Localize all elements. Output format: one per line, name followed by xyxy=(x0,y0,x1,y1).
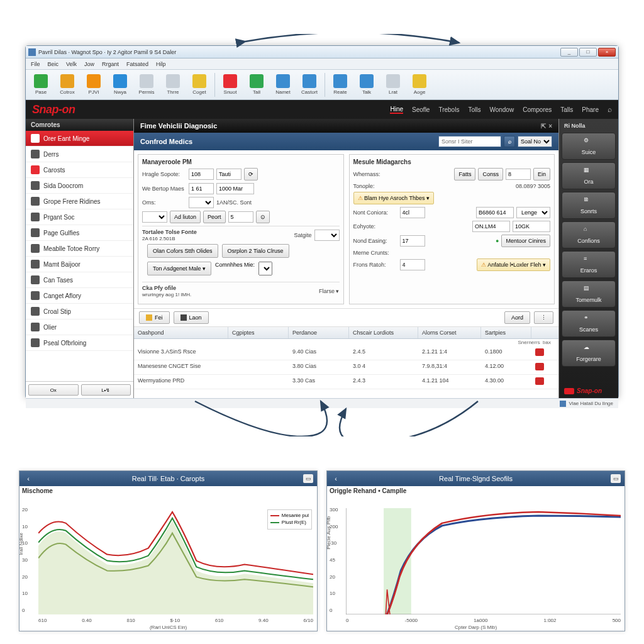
btn-l-3b[interactable]: Peort xyxy=(203,211,226,223)
panel-close-icon[interactable]: × xyxy=(548,123,552,130)
sidebar-item-4[interactable]: Grope Frere Ridines xyxy=(26,194,133,209)
sel-l-b3[interactable] xyxy=(258,262,272,275)
nav-hine[interactable]: Hine xyxy=(390,106,403,114)
btn-r-0a[interactable]: Fatts xyxy=(454,168,475,180)
sidebar-item-3[interactable]: Sida Doocrom xyxy=(26,178,133,194)
inp-l-1a[interactable] xyxy=(189,183,214,194)
tool-reate[interactable]: Reate xyxy=(329,74,352,95)
rpanel-tomemulk[interactable]: ▤Tomemulk xyxy=(562,280,616,308)
sidebar-item-5[interactable]: Prgant Soc xyxy=(26,209,133,225)
btn-l-3a[interactable]: Ad liuton xyxy=(170,211,201,223)
tool-thrre[interactable]: Thrre xyxy=(162,74,184,95)
chart2-back-button[interactable]: ‹ xyxy=(331,475,341,482)
inp-r-3b[interactable] xyxy=(476,207,514,218)
tool-lrat[interactable]: Lrat xyxy=(382,74,404,95)
close-button[interactable]: × xyxy=(598,48,616,57)
sidebar-item-10[interactable]: Canget Aflory xyxy=(26,288,133,304)
sidebar-foot-btn-2[interactable]: L•↯ xyxy=(81,384,131,396)
col-header[interactable]: Sartpies xyxy=(481,327,531,338)
bar-btn-4[interactable]: ⋮ xyxy=(534,311,553,324)
sidebar-foot-btn-1[interactable]: Ox xyxy=(28,384,79,396)
tool-pjvi[interactable]: PJVI xyxy=(82,74,105,95)
nav-compores[interactable]: Compores xyxy=(523,106,552,113)
nav-search-icon[interactable]: ⌕ xyxy=(608,105,612,114)
tool-cotrox[interactable]: Cotrox xyxy=(56,74,79,95)
rpanel-confions[interactable]: ⌂Confions xyxy=(562,221,616,248)
menu-file[interactable]: File xyxy=(31,61,40,67)
nav-wondow[interactable]: Wondow xyxy=(489,106,514,113)
inp-r-4a[interactable] xyxy=(472,221,510,232)
rpanel-suice[interactable]: ⚙Suice xyxy=(562,133,616,160)
tool-namet[interactable]: Namet xyxy=(272,74,294,95)
menu-velk[interactable]: Velk xyxy=(66,61,77,67)
col-header[interactable]: Perdanoe xyxy=(289,327,349,338)
tool-nwya[interactable]: Nwya xyxy=(109,74,131,95)
btn-l-3c[interactable]: ⊙ xyxy=(256,211,270,223)
btn-l-b0[interactable]: Olan Cofors Stth Olides xyxy=(147,244,218,258)
inp-l-0a[interactable] xyxy=(189,169,214,180)
maximize-button[interactable]: □ xyxy=(579,48,597,57)
nav-talls[interactable]: Talls xyxy=(560,106,573,113)
sidebar-item-8[interactable]: Mamt Baijoor xyxy=(26,257,133,272)
search-go-button[interactable]: ⌕ xyxy=(504,136,515,147)
inp-r-0[interactable] xyxy=(506,169,531,180)
btn-r-0b[interactable]: Conss xyxy=(478,168,503,180)
tool-castort[interactable]: Castort xyxy=(298,74,321,95)
btn-r-5[interactable]: Mentoor Cinires xyxy=(501,235,550,247)
menu-beic[interactable]: Beic xyxy=(48,61,59,67)
menu-jow[interactable]: Jow xyxy=(84,61,94,67)
tool-aoge[interactable]: Aoge xyxy=(408,74,431,95)
tool-tall[interactable]: Tall xyxy=(245,74,268,95)
tool-pase[interactable]: Pase xyxy=(30,74,52,95)
sidebar-item-11[interactable]: Croal Stip xyxy=(26,304,133,319)
bar-btn-1[interactable]: Fei xyxy=(139,311,170,324)
sidebar-item-6[interactable]: Page Gulfies xyxy=(26,225,133,241)
inp-l-3[interactable] xyxy=(228,211,253,223)
col-header[interactable]: Chscair Lordiots xyxy=(349,327,418,338)
bar-btn-2[interactable]: Laon xyxy=(174,311,209,324)
rpanel-sonrts[interactable]: 🗎Sonrts xyxy=(562,192,616,219)
chart1-back-button[interactable]: ‹ xyxy=(23,475,33,482)
rpanel-scanes[interactable]: ⚭Scanes xyxy=(562,310,616,337)
inp-l-0b[interactable] xyxy=(216,169,242,180)
rpanel-forgerare[interactable]: ☁Forgerare xyxy=(562,340,616,367)
sel-l-2[interactable] xyxy=(189,197,214,208)
menu-rrgant[interactable]: Rrgant xyxy=(102,61,119,67)
warn-button[interactable]: ⚠ Blam Hye Asroch Thbes ▾ xyxy=(353,192,434,204)
sidebar-item-2[interactable]: Carosts xyxy=(26,162,133,178)
search-input[interactable] xyxy=(438,136,501,147)
warn-button-2[interactable]: ⚠ Anfatule l•Loxler Fleh ▾ xyxy=(477,258,550,271)
sidebar-item-0[interactable]: Orer Eant Minge xyxy=(26,131,133,147)
table-row[interactable]: Manesesne CNGET Sise3.80 Cias3.0 47.9.8,… xyxy=(134,360,558,375)
btn-l-b2[interactable]: Ton Asdgenet Male ▾ xyxy=(147,262,211,275)
sel-r-3[interactable]: Lenge xyxy=(516,207,550,218)
sel-l-sub1[interactable] xyxy=(314,230,340,241)
btn-r-0c[interactable]: Ein xyxy=(533,168,550,180)
sidebar-item-9[interactable]: Can Tases xyxy=(26,272,133,288)
nav-trebols[interactable]: Trebols xyxy=(438,106,459,113)
col-header[interactable]: Cgpiptes xyxy=(228,327,289,338)
chart1-minimize-button[interactable]: ▭ xyxy=(303,474,313,483)
nav-tolls[interactable]: Tolls xyxy=(468,106,480,113)
sidebar-item-1[interactable]: Derrs xyxy=(26,147,133,162)
panel-dock-icon[interactable]: ⇱ xyxy=(541,123,546,130)
btn-l-go[interactable]: ⟳ xyxy=(244,168,258,180)
table-row[interactable]: Wermyatione PRD3.30 Cas2.4.34.1.21 1044.… xyxy=(134,375,558,389)
sel-l-3[interactable] xyxy=(142,211,167,223)
chart2-minimize-button[interactable]: ▭ xyxy=(611,474,621,483)
col-header[interactable]: Alorns Corset xyxy=(418,327,481,338)
table-row[interactable]: Visionne 3.ASinS Rsce9.40 Cias2.4.52.1.2… xyxy=(134,346,558,360)
bar-btn-3[interactable]: Aord xyxy=(504,311,530,324)
sidebar-item-12[interactable]: Olier xyxy=(26,319,133,335)
inp-r-4b[interactable] xyxy=(513,221,550,232)
minimize-button[interactable]: _ xyxy=(560,48,578,57)
btn-l-b1[interactable]: Osrplon 2 Tialo Clruse xyxy=(222,244,289,258)
menu-hilp[interactable]: Hilp xyxy=(156,61,166,67)
tool-snuot[interactable]: Snuot xyxy=(219,74,242,95)
rpanel-eraros[interactable]: ≡Eraros xyxy=(562,251,616,278)
tool-permis[interactable]: Permis xyxy=(135,74,158,95)
rpanel-ora[interactable]: ▦Ora xyxy=(562,162,616,189)
sidebar-item-13[interactable]: Pseal Ofbrloing xyxy=(26,335,133,351)
inp-r-3a[interactable] xyxy=(400,207,425,218)
tool-coget[interactable]: Coget xyxy=(188,74,211,95)
